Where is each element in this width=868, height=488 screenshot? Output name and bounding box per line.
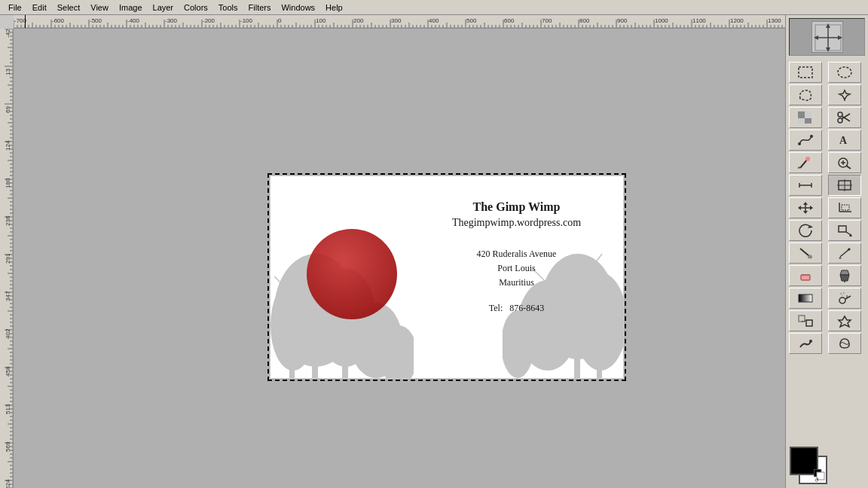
transform-tool[interactable] (789, 220, 822, 241)
svg-rect-89 (799, 294, 812, 302)
align-tool-preview-icon (812, 22, 844, 53)
svg-rect-6 (312, 359, 318, 378)
scissors-tool[interactable] (828, 107, 861, 128)
color-select-tool[interactable] (789, 107, 822, 128)
svg-point-21 (503, 310, 534, 378)
svg-point-81 (808, 255, 812, 259)
tool-grid: A (786, 59, 868, 357)
card-text-block: The Gimp Wimp Thegimpwimp.wordpress.com … (417, 199, 616, 314)
rect-select-tool[interactable] (789, 62, 822, 83)
card-address-line3: Mauritius (417, 276, 616, 290)
move-tool[interactable] (789, 197, 822, 218)
color-reset-icon[interactable]: ↺ (814, 469, 827, 483)
menu-image[interactable]: Image (114, 2, 148, 13)
svg-rect-44 (805, 111, 811, 118)
svg-marker-39 (838, 35, 842, 40)
menu-select[interactable]: Select (52, 2, 86, 13)
svg-marker-68 (803, 211, 808, 214)
card-website-url: Thegimpwimp.wordpress.com (417, 215, 616, 230)
menu-colors[interactable]: Colors (179, 2, 213, 13)
tool-preview-display (811, 21, 843, 53)
zoom-tool[interactable] (828, 152, 861, 173)
paths-tool[interactable] (789, 130, 822, 151)
airbrush-tool[interactable] (828, 288, 861, 309)
svg-line-82 (840, 249, 849, 257)
svg-rect-45 (798, 118, 805, 124)
heal-tool[interactable] (828, 310, 861, 331)
svg-text:↺: ↺ (815, 477, 819, 483)
ellipse-select-tool[interactable] (828, 62, 861, 83)
svg-rect-46 (805, 118, 811, 124)
crop-tool[interactable] (828, 197, 861, 218)
paintbrush-tool[interactable] (789, 242, 822, 264)
svg-marker-37 (826, 47, 830, 52)
svg-point-90 (839, 297, 845, 303)
ruler-vertical (0, 29, 14, 488)
blend-tool[interactable] (789, 288, 822, 309)
pencil-tool[interactable] (828, 242, 861, 264)
align-tool[interactable] (828, 175, 861, 196)
bucket-fill-tool[interactable] (828, 265, 861, 286)
svg-marker-36 (826, 23, 830, 28)
svg-line-80 (800, 249, 809, 256)
card-tel-label: Tel: (489, 303, 503, 313)
svg-marker-38 (814, 35, 818, 40)
card-tel-number: 876-8643 (509, 303, 544, 313)
svg-rect-75 (842, 205, 849, 210)
svg-point-51 (798, 142, 801, 145)
svg-rect-7 (289, 359, 295, 378)
svg-point-93 (840, 293, 842, 294)
svg-marker-70 (810, 206, 813, 210)
toolbox-panel: Toolbox × (785, 0, 868, 488)
svg-point-94 (843, 292, 845, 294)
color-selector: ↺ (790, 447, 846, 484)
svg-rect-77 (839, 226, 846, 232)
dodge-burn-tool[interactable] (828, 333, 861, 354)
eraser-tool[interactable] (789, 265, 822, 286)
menu-windows[interactable]: Windows (276, 2, 320, 13)
menu-file[interactable]: File (3, 2, 27, 13)
svg-rect-86 (801, 275, 810, 280)
menu-help[interactable]: Help (320, 2, 348, 13)
svg-point-95 (842, 294, 843, 296)
business-card: The Gimp Wimp Thegimpwimp.wordpress.com … (270, 175, 624, 379)
svg-marker-69 (798, 206, 801, 210)
clone-tool[interactable] (789, 310, 822, 331)
menu-filters[interactable]: Filters (243, 2, 277, 13)
card-company-name: The Gimp Wimp (417, 199, 616, 215)
smudge-tool[interactable] (789, 333, 822, 354)
svg-rect-8 (342, 361, 348, 378)
tool-preview-area (789, 18, 865, 56)
card-telephone: Tel: 876-8643 (417, 303, 616, 314)
svg-marker-83 (839, 257, 842, 259)
fuzzy-select-tool[interactable] (828, 84, 861, 105)
text-tool[interactable]: A (828, 130, 861, 151)
canvas-area[interactable]: The Gimp Wimp Thegimpwimp.wordpress.com … (14, 29, 785, 488)
svg-line-78 (846, 232, 851, 235)
svg-point-55 (805, 157, 810, 161)
svg-rect-23 (597, 359, 602, 378)
menubar: File Edit Select View Image Layer Colors… (0, 0, 868, 15)
business-card-container: The Gimp Wimp Thegimpwimp.wordpress.com … (270, 175, 624, 379)
ruler-horizontal (14, 15, 868, 29)
scale-tool[interactable] (828, 220, 861, 241)
svg-point-41 (838, 67, 851, 78)
svg-rect-96 (799, 316, 805, 322)
svg-marker-67 (803, 202, 808, 205)
card-address-line2: Port Louis (417, 261, 616, 276)
svg-rect-97 (806, 320, 812, 326)
red-circle-decoration (307, 229, 397, 319)
color-picker-tool[interactable] (789, 152, 822, 173)
menu-edit[interactable]: Edit (27, 2, 52, 13)
svg-rect-22 (574, 355, 580, 378)
svg-line-58 (846, 166, 851, 169)
measure-tool[interactable] (789, 175, 822, 196)
menu-tools[interactable]: Tools (213, 2, 243, 13)
svg-rect-40 (799, 67, 812, 78)
menu-layer[interactable]: Layer (148, 2, 179, 13)
lasso-tool[interactable] (789, 84, 822, 105)
svg-text:A: A (839, 135, 848, 146)
menu-view[interactable]: View (85, 2, 114, 13)
svg-line-91 (845, 296, 851, 299)
svg-point-99 (809, 340, 812, 343)
